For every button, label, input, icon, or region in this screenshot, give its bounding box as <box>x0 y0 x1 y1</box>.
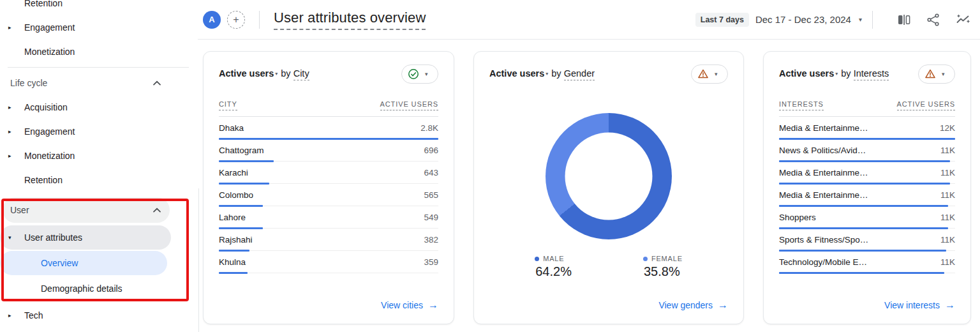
view-interests-link[interactable]: View interests → <box>884 299 955 311</box>
sidebar-item-retention[interactable]: Retention <box>0 168 198 192</box>
sidebar-item-engagement-top[interactable]: ▸ Engagement <box>0 15 198 40</box>
page-title[interactable]: User attributes overview <box>274 10 426 30</box>
table-row[interactable]: Sports & Fitness/Spo… 11K <box>779 229 955 251</box>
card-title: Active users▾ by City <box>219 64 309 79</box>
sidebar-item-label: Engagement <box>24 126 75 137</box>
data-quality-dropdown[interactable]: ▾ <box>918 64 955 84</box>
sidebar-item-engagement[interactable]: ▸ Engagement <box>0 119 198 144</box>
gender-donut-chart[interactable] <box>546 113 672 239</box>
legend-item-female: FEMALE 35.8% <box>643 255 683 279</box>
compare-icon[interactable] <box>896 11 912 28</box>
add-comparison-button[interactable]: + <box>227 11 245 29</box>
dimension-selector[interactable]: City <box>293 68 309 80</box>
caret-down-icon: ▾ <box>546 71 548 77</box>
arrow-right-icon: → <box>428 299 438 311</box>
table-row[interactable]: Shoppers 11K <box>779 206 955 229</box>
table-row[interactable]: Rajshahi 382 <box>219 229 438 251</box>
view-cities-link[interactable]: View cities → <box>381 299 438 311</box>
metric-selector[interactable]: Active users <box>779 68 834 79</box>
caret-down-icon: ▾ <box>942 71 945 77</box>
metric-selector[interactable]: Active users <box>489 68 544 79</box>
interest-name: News & Politics/Avid… <box>779 146 866 155</box>
city-name: Dhaka <box>219 123 244 133</box>
warning-icon <box>697 68 709 80</box>
sidebar-item-label: Retention <box>24 175 63 185</box>
sidebar-scrollbar[interactable] <box>198 188 199 332</box>
insights-icon[interactable] <box>954 11 971 28</box>
caret-down-icon: ▾ <box>8 234 11 241</box>
legend-item-male: MALE 64.2% <box>535 255 572 279</box>
check-circle-icon <box>408 68 419 80</box>
sidebar-section-life-cycle[interactable]: Life cycle <box>0 71 198 95</box>
sidebar-item-label: Tech <box>24 310 43 321</box>
sidebar-nav: Retention ▸ Engagement Monetization Life… <box>0 0 198 332</box>
sidebar-item-overview[interactable]: Overview <box>0 251 167 275</box>
interest-value: 12K <box>940 123 955 133</box>
dimension-selector[interactable]: Interests <box>854 68 889 80</box>
sidebar-section-user[interactable]: User <box>3 197 170 223</box>
sidebar-item-label: Monetization <box>24 151 75 161</box>
interest-value: 11K <box>940 257 955 267</box>
date-range-selector[interactable]: Dec 17 - Dec 23, 2024 <box>755 14 851 25</box>
section-header-label: Life cycle <box>10 78 47 88</box>
sidebar-item-demographic-details[interactable]: Demographic details <box>0 276 167 301</box>
column-header-active-users[interactable]: ACTIVE USERS <box>897 100 956 110</box>
table-row[interactable]: Lahore 549 <box>219 206 438 229</box>
card-title-by: by <box>551 68 561 79</box>
view-link-label: View interests <box>884 300 940 310</box>
sidebar-item-retention-top[interactable]: Retention <box>0 0 198 15</box>
view-genders-link[interactable]: View genders → <box>658 299 728 311</box>
metric-selector[interactable]: Active users <box>219 68 274 79</box>
table-row[interactable]: Media & Entertainme… 12K <box>779 117 955 139</box>
sidebar-item-label: Retention <box>24 0 63 8</box>
sidebar-item-label: Demographic details <box>41 283 122 294</box>
interest-value: 11K <box>940 235 955 245</box>
city-value: 643 <box>424 168 438 177</box>
dimension-selector[interactable]: Gender <box>564 68 595 80</box>
city-value: 359 <box>424 257 438 267</box>
interest-value: 11K <box>940 168 955 177</box>
chevron-up-icon <box>153 207 161 213</box>
data-quality-dropdown[interactable]: ▾ <box>691 64 728 84</box>
city-name: Chattogram <box>219 146 264 155</box>
sidebar-item-acquisition[interactable]: ▸ Acquisition <box>0 95 198 119</box>
interest-value: 11K <box>940 190 955 200</box>
data-quality-dropdown[interactable]: ▾ <box>401 64 438 84</box>
table-row[interactable]: Chattogram 696 <box>219 139 438 162</box>
column-header-active-users[interactable]: ACTIVE USERS <box>380 100 439 110</box>
column-header-interests[interactable]: INTERESTS <box>779 100 824 110</box>
interest-name: Shoppers <box>779 213 816 222</box>
caret-down-icon: ▾ <box>425 71 428 77</box>
table-row[interactable]: Khulna 359 <box>219 251 438 273</box>
table-row[interactable]: Karachi 643 <box>219 162 438 184</box>
city-value: 696 <box>424 146 438 155</box>
caret-right-icon: ▸ <box>8 24 11 31</box>
caret-right-icon: ▸ <box>8 128 11 135</box>
column-header-city[interactable]: CITY <box>219 100 237 110</box>
male-percentage: 64.2% <box>535 264 572 279</box>
table-row[interactable]: News & Politics/Avid… 11K <box>779 139 955 162</box>
card-title-by: by <box>841 68 850 79</box>
header-divider <box>259 11 260 29</box>
sidebar-item-user-attributes[interactable]: ▾ User attributes <box>0 225 171 250</box>
avatar[interactable]: A <box>203 11 221 29</box>
table-row[interactable]: Media & Entertainme… 11K <box>779 162 955 184</box>
value-bar <box>779 272 944 274</box>
table-row[interactable]: Colombo 565 <box>219 184 438 206</box>
card-title-by: by <box>281 68 290 79</box>
caret-down-icon[interactable]: ▾ <box>859 16 862 23</box>
table-row[interactable]: Dhaka 2.8K <box>219 117 438 139</box>
ga4-dashboard: Retention ▸ Engagement Monetization Life… <box>0 0 980 332</box>
table-row[interactable]: Technology/Mobile E… 11K <box>779 251 955 273</box>
share-icon[interactable] <box>925 11 942 28</box>
sidebar-item-monetization[interactable]: ▸ Monetization <box>0 144 198 168</box>
male-dot-icon <box>535 257 539 261</box>
sidebar-item-tech[interactable]: ▸ Tech <box>0 303 198 328</box>
card-active-users-by-city: Active users▾ by City ▾ CITY ACTIVE USER… <box>203 51 454 324</box>
interest-name: Media & Entertainme… <box>779 190 868 200</box>
header-divider <box>872 11 873 29</box>
card-title: Active users▾ by Gender <box>489 64 595 79</box>
value-bar <box>219 272 248 274</box>
table-row[interactable]: Media & Entertainme… 11K <box>779 184 955 206</box>
sidebar-item-monetization-top[interactable]: Monetization <box>0 40 198 64</box>
